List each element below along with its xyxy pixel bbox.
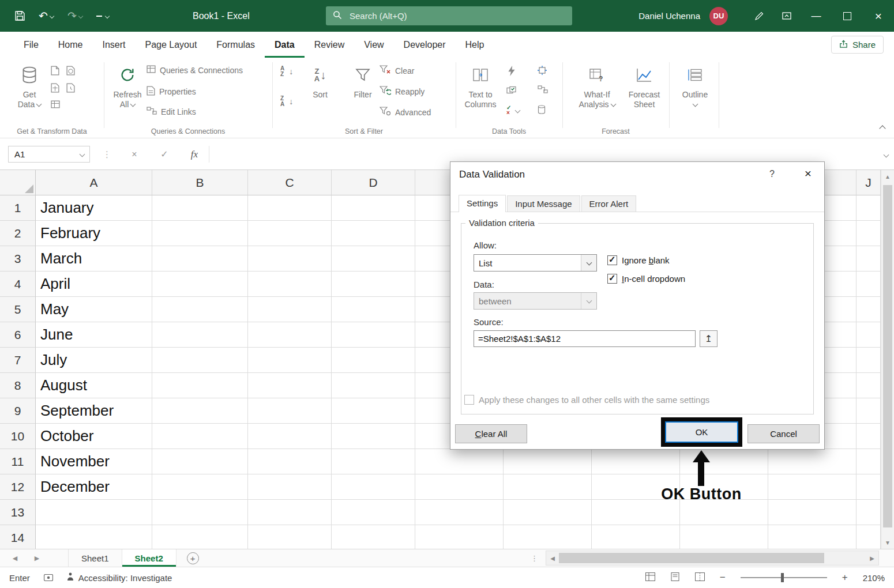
from-web-icon[interactable] (66, 66, 75, 78)
cell-B8[interactable] (152, 373, 248, 398)
cell-I11[interactable] (768, 449, 857, 474)
cell-F13[interactable] (504, 500, 592, 525)
consolidate-button[interactable] (538, 66, 547, 77)
cell-H13[interactable] (680, 500, 768, 525)
cell-J6[interactable] (857, 322, 881, 348)
cell-G14[interactable] (592, 525, 680, 549)
cell-A4[interactable]: April (36, 272, 152, 297)
text-to-columns-button[interactable]: Text to Columns (461, 62, 499, 110)
cell-F14[interactable] (504, 525, 592, 549)
cell-B9[interactable] (152, 398, 248, 424)
minimize-button[interactable]: — (801, 0, 832, 32)
cell-A12[interactable]: December (36, 474, 152, 500)
cell-D3[interactable] (332, 246, 415, 272)
cell-F12[interactable] (504, 474, 592, 500)
collapse-dialog-icon[interactable]: ↥ (700, 330, 718, 347)
cell-B11[interactable] (152, 449, 248, 474)
cell-J9[interactable] (857, 398, 881, 424)
enter-formula-icon[interactable]: ✓ (155, 146, 174, 163)
cell-E14[interactable] (415, 525, 504, 549)
page-break-view-icon[interactable] (695, 572, 705, 583)
cell-C11[interactable] (248, 449, 332, 474)
cell-G13[interactable] (592, 500, 680, 525)
cell-A9[interactable]: September (36, 398, 152, 424)
cell-B5[interactable] (152, 297, 248, 322)
cell-B3[interactable] (152, 246, 248, 272)
dialog-tab-settings[interactable]: Settings (459, 195, 506, 212)
row-header-5[interactable]: 5 (0, 297, 36, 322)
cell-A6[interactable]: June (36, 322, 152, 348)
clear-filter-button[interactable]: Clear (380, 65, 414, 77)
scroll-up-icon[interactable]: ▲ (881, 170, 894, 183)
cell-B12[interactable] (152, 474, 248, 500)
accessibility-status[interactable]: Accessibility: Investigate (67, 572, 172, 583)
scroll-down-icon[interactable]: ▼ (881, 536, 894, 549)
from-table-range-icon[interactable] (51, 83, 59, 95)
customize-qat-button[interactable] (96, 14, 109, 18)
cell-A8[interactable]: August (36, 373, 152, 398)
get-data-button[interactable]: Get Data (10, 62, 48, 110)
cell-D2[interactable] (332, 221, 415, 246)
undo-button[interactable]: ↶ (39, 9, 54, 22)
cell-C5[interactable] (248, 297, 332, 322)
scroll-right-icon[interactable]: ▶ (867, 551, 877, 565)
search-bar[interactable] (326, 6, 572, 25)
row-header-2[interactable]: 2 (0, 221, 36, 246)
col-header-C[interactable]: C (248, 170, 332, 195)
allow-dropdown-icon[interactable] (581, 255, 596, 271)
pen-icon[interactable] (745, 0, 773, 32)
cell-B13[interactable] (152, 500, 248, 525)
relationships-button[interactable] (538, 85, 548, 95)
tab-developer[interactable]: Developer (394, 32, 456, 58)
cell-D10[interactable] (332, 424, 415, 449)
new-sheet-button[interactable]: + (187, 552, 199, 564)
scroll-left-icon[interactable]: ◀ (547, 551, 558, 565)
cell-D12[interactable] (332, 474, 415, 500)
cell-D8[interactable] (332, 373, 415, 398)
sheet-tab-sheet1[interactable]: Sheet1 (68, 549, 122, 567)
remove-duplicates-button[interactable] (506, 85, 517, 96)
cell-B10[interactable] (152, 424, 248, 449)
from-text-csv-icon[interactable] (51, 66, 59, 78)
zoom-level[interactable]: 210% (863, 573, 885, 583)
cell-J10[interactable] (857, 424, 881, 449)
insert-function-icon[interactable]: fx (185, 146, 204, 163)
recent-sources-icon[interactable] (66, 83, 75, 95)
row-header-9[interactable]: 9 (0, 398, 36, 424)
cell-E11[interactable] (415, 449, 504, 474)
maximize-button[interactable] (832, 0, 863, 32)
advanced-filter-button[interactable]: Advanced (380, 107, 431, 118)
cell-J12[interactable] (857, 474, 881, 500)
cell-C7[interactable] (248, 348, 332, 373)
manage-data-model-button[interactable] (538, 105, 546, 116)
cell-E13[interactable] (415, 500, 504, 525)
cell-B4[interactable] (152, 272, 248, 297)
cell-J2[interactable] (857, 221, 881, 246)
sheet-tab-sheet2[interactable]: Sheet2 (122, 549, 176, 567)
cell-A10[interactable]: October (36, 424, 152, 449)
cell-J8[interactable] (857, 373, 881, 398)
ignore-blank-checkmark[interactable] (607, 255, 617, 265)
cell-J4[interactable] (857, 272, 881, 297)
cancel-formula-icon[interactable]: × (125, 146, 144, 163)
name-box-dropdown-icon[interactable] (80, 152, 85, 157)
row-header-7[interactable]: 7 (0, 348, 36, 373)
col-header-D[interactable]: D (332, 170, 415, 195)
ok-button[interactable]: OK (665, 421, 738, 443)
edit-links-button[interactable]: Edit Links (147, 107, 196, 116)
cell-D4[interactable] (332, 272, 415, 297)
tab-file[interactable]: File (14, 32, 48, 58)
flash-fill-button[interactable] (508, 66, 516, 78)
cell-C4[interactable] (248, 272, 332, 297)
cell-E12[interactable] (415, 474, 504, 500)
forecast-sheet-button[interactable]: Forecast Sheet (624, 62, 664, 110)
close-button[interactable]: × (863, 0, 894, 32)
cell-A2[interactable]: February (36, 221, 152, 246)
cell-J7[interactable] (857, 348, 881, 373)
row-header-1[interactable]: 1 (0, 195, 36, 221)
cancel-button[interactable]: Cancel (747, 424, 820, 443)
tab-page-layout[interactable]: Page Layout (135, 32, 206, 58)
tab-formulas[interactable]: Formulas (206, 32, 265, 58)
cell-C14[interactable] (248, 525, 332, 549)
dialog-help-button[interactable]: ? (769, 169, 775, 179)
